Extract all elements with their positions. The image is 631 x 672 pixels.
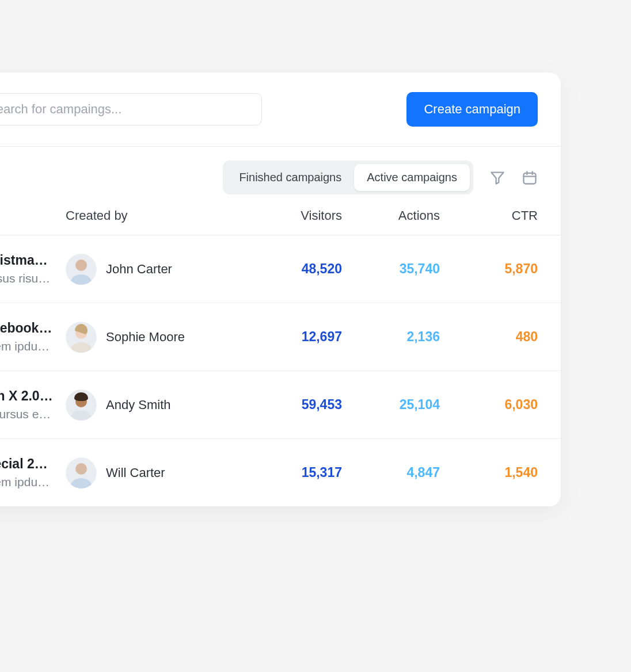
campaign-subtitle: Lorem ipdum dolor sit (0, 475, 54, 489)
creator-name: Will Carter (106, 465, 165, 480)
actions-value: 35,740 (342, 261, 440, 277)
toolbar: Finished campaigns Active campaigns (0, 147, 561, 208)
table-row[interactable]: Christmas 2022 Camp... Cursus risus at u… (0, 235, 561, 303)
avatar (66, 457, 97, 488)
avatar (66, 254, 97, 285)
creator-name: Sophie Moore (106, 330, 185, 345)
column-ctr: CTR (440, 208, 538, 223)
svg-point-12 (75, 463, 87, 475)
creator-cell: Sophie Moore (66, 322, 244, 353)
visitors-value: 48,520 (244, 261, 342, 277)
tab-finished-campaigns[interactable]: Finished campaigns (226, 164, 354, 191)
visitors-value: 59,453 (244, 397, 342, 413)
creator-name: John Carter (106, 262, 172, 277)
actions-value: 4,847 (342, 465, 440, 480)
avatar (66, 390, 97, 421)
campaign-state-toggle: Finished campaigns Active campaigns (223, 161, 473, 194)
creator-name: Andy Smith (106, 398, 171, 413)
ctr-value: 5,870 (440, 261, 538, 277)
avatar (66, 322, 97, 353)
visitors-value: 12,697 (244, 329, 342, 345)
campaign-cell: Plan X 2.0 Launch... Mi cursus euismod q… (0, 388, 66, 421)
campaign-subtitle: Lorem ipdum dolo (0, 339, 54, 353)
svg-rect-1 (524, 173, 536, 184)
ctr-value: 1,540 (440, 465, 538, 480)
campaign-title: Special 20% Promo... (0, 456, 54, 472)
ctr-value: 6,030 (440, 397, 538, 413)
actions-value: 2,136 (342, 329, 440, 345)
table-row[interactable]: Facebook integration... Lorem ipdum dolo… (0, 303, 561, 371)
campaign-title: Facebook integration... (0, 320, 54, 336)
filter-icon[interactable] (489, 170, 505, 186)
svg-point-6 (75, 259, 87, 271)
table-row[interactable]: Plan X 2.0 Launch... Mi cursus euismod q… (0, 371, 561, 439)
creator-cell: John Carter (66, 254, 244, 285)
column-created-by: Created by (66, 208, 244, 223)
calendar-icon[interactable] (522, 170, 538, 186)
campaign-cell: Facebook integration... Lorem ipdum dolo (0, 320, 66, 353)
column-visitors: Visitors (244, 208, 342, 223)
tab-active-campaigns[interactable]: Active campaigns (354, 164, 470, 191)
table-row[interactable]: Special 20% Promo... Lorem ipdum dolor s… (0, 439, 561, 506)
campaign-title: Plan X 2.0 Launch... (0, 388, 54, 404)
create-campaign-button[interactable]: Create campaign (406, 92, 538, 127)
column-actions: Actions (342, 208, 440, 223)
creator-cell: Andy Smith (66, 390, 244, 421)
visitors-value: 15,317 (244, 465, 342, 480)
card-header: Create campaign (0, 72, 561, 147)
campaign-cell: Special 20% Promo... Lorem ipdum dolor s… (0, 456, 66, 489)
table-header: Campaign Created by Visitors Actions CTR (0, 208, 561, 235)
search-input[interactable] (0, 93, 262, 125)
actions-value: 25,104 (342, 397, 440, 413)
campaign-subtitle: Cursus risus at ultrices (0, 272, 54, 285)
ctr-value: 480 (440, 329, 538, 345)
campaign-cell: Christmas 2022 Camp... Cursus risus at u… (0, 253, 66, 285)
creator-cell: Will Carter (66, 457, 244, 488)
campaigns-table: Campaign Created by Visitors Actions CTR… (0, 208, 561, 506)
svg-marker-0 (492, 172, 504, 184)
campaign-title: Christmas 2022 Camp... (0, 253, 54, 268)
campaigns-card: Create campaign Finished campaigns Activ… (0, 72, 561, 506)
campaign-subtitle: Mi cursus euismod quis (0, 407, 54, 421)
